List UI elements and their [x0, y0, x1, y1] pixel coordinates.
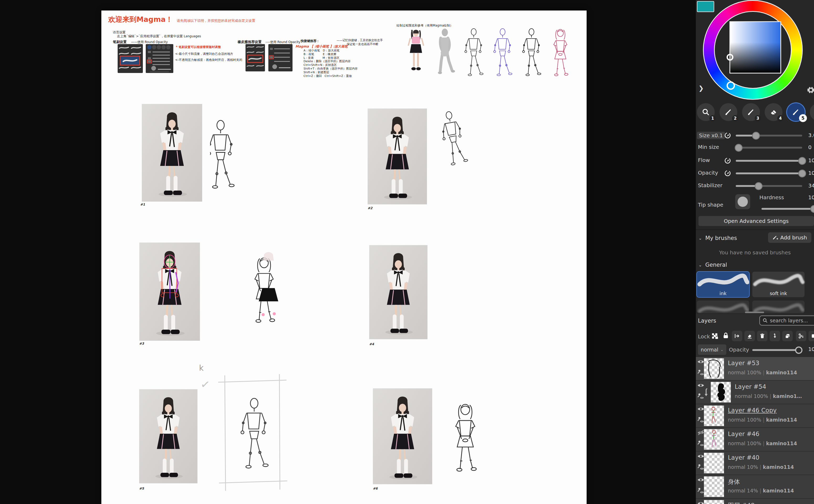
tool-zoom[interactable]: 1 — [697, 103, 715, 121]
layer-row[interactable]: 身体 normal 14% | kamino114 — [696, 475, 814, 498]
open-advanced-settings-button[interactable]: Open Advanced Settings — [698, 216, 814, 226]
minsize-slider-knob[interactable] — [735, 144, 743, 152]
brush-scrollbar[interactable] — [745, 312, 764, 313]
merge-down-button[interactable] — [770, 331, 780, 341]
color-wheel[interactable] — [703, 0, 803, 100]
clear-layer-button[interactable] — [744, 331, 755, 341]
hardness-label: Hardness — [759, 194, 784, 201]
personal-visibility-icon[interactable] — [697, 369, 704, 376]
brush-card-soft-ink[interactable]: soft ink — [752, 272, 805, 297]
personal-visibility-icon[interactable] — [697, 393, 704, 400]
divider — [696, 229, 814, 230]
layer-opacity-knob[interactable] — [795, 347, 802, 354]
hardness-slider-knob[interactable] — [810, 205, 814, 213]
hardness-value: 100 — [808, 194, 814, 201]
collapse-panel-icon[interactable]: ❯ — [698, 85, 704, 92]
export-layer-button[interactable] — [732, 331, 742, 341]
photo-label: #6 — [373, 487, 378, 490]
eye-icon[interactable] — [697, 501, 704, 504]
photo-label: #2 — [368, 206, 372, 210]
layer-opacity-slider[interactable] — [752, 349, 798, 351]
hardness-slider[interactable] — [761, 208, 814, 210]
duplicate-layer-button[interactable] — [782, 331, 793, 341]
layer-thumbnail — [704, 500, 724, 504]
brush-card-partial[interactable] — [697, 301, 749, 313]
tool-badge: 2 — [732, 115, 738, 122]
photo-label: #5 — [139, 487, 144, 490]
layer-row[interactable]: 图层 #48 — [696, 499, 814, 504]
lock-transparency-icon[interactable] — [711, 332, 719, 340]
more-layer-button[interactable] — [808, 331, 814, 341]
pressure-icon[interactable] — [724, 157, 731, 164]
brush-note-red: * 笔刷设置可以根据需要随时调整 — [176, 45, 221, 49]
tool-brush-2[interactable]: 2 — [719, 103, 737, 121]
add-brush-button[interactable]: Add brush — [768, 232, 811, 243]
delete-layer-button[interactable] — [757, 331, 768, 341]
layer-thumbnail — [704, 476, 724, 497]
tool-panel: ❯ 1 2 3 4 5 Size x0.1 — [696, 0, 814, 504]
pressure-icon[interactable] — [724, 132, 731, 139]
brush-card-ink[interactable]: ink — [697, 272, 749, 297]
layer-thumbnail — [704, 453, 724, 474]
opacity-slider[interactable] — [736, 172, 802, 174]
sv-cursor[interactable] — [727, 54, 733, 61]
tool-add[interactable] — [810, 103, 814, 121]
tip-shape-preview[interactable] — [735, 194, 750, 209]
personal-visibility-icon[interactable] — [697, 416, 704, 423]
drawing-canvas[interactable]: 欢迎来到Magma！ 请先阅读以下说明，并按照您的喜好完成自定义设置 语言设置 … — [101, 11, 587, 504]
tool-eraser[interactable]: 4 — [765, 103, 782, 121]
layer-name-editing[interactable]: Layer #46 Copy — [728, 407, 777, 414]
eye-icon[interactable] — [697, 406, 704, 412]
cut-layer-button[interactable] — [796, 331, 806, 341]
framed-sketch — [217, 373, 288, 496]
eye-icon[interactable] — [697, 477, 704, 482]
tool-brush-5-selected[interactable]: 5 — [787, 103, 805, 121]
check-annotation: ✓ — [200, 377, 211, 391]
strip-photo-figure — [402, 28, 430, 76]
tool-brush-3[interactable]: 3 — [742, 103, 760, 121]
stabilizer-slider-knob[interactable] — [755, 182, 763, 190]
lang-body: 左上角`编辑`>`应用程序设置`，在弹窗中设置 Languages — [117, 34, 201, 39]
personal-visibility-icon[interactable] — [697, 464, 704, 470]
eye-icon[interactable] — [697, 383, 704, 388]
no-saved-brushes-text: You have no saved brushes — [696, 249, 814, 256]
eye-icon[interactable] — [697, 454, 704, 459]
hue-cursor[interactable] — [727, 81, 735, 90]
flow-slider[interactable] — [736, 160, 802, 162]
opacity-slider-knob[interactable] — [798, 170, 806, 177]
chevron-down-icon[interactable]: ⌄ — [698, 263, 702, 267]
reference-photo-3 — [139, 243, 200, 341]
size-slider-knob[interactable] — [752, 132, 760, 140]
shortcut-line: B：画笔 E：橡皮擦 — [304, 53, 358, 56]
search-layers-input[interactable]: search layers... — [759, 316, 814, 325]
pressure-icon[interactable] — [724, 170, 731, 177]
sketch-mannequin-1 — [210, 102, 247, 206]
blend-mode-select[interactable]: normal ⌄ — [698, 344, 726, 355]
gear-icon[interactable] — [807, 86, 814, 94]
reference-photo-5 — [139, 387, 197, 486]
strip-mannequin-figure — [460, 28, 487, 76]
size-label: Size x0.1 — [697, 132, 725, 139]
brush-card-partial[interactable] — [752, 301, 805, 313]
shortcut-line: A：缩小画笔 D：放大画笔 — [304, 49, 358, 53]
sv-picker[interactable] — [729, 21, 781, 73]
general-section[interactable]: General — [705, 262, 727, 268]
layer-row[interactable]: Layer #54 normal 100% | kamino1… — [696, 381, 814, 404]
flow-slider-knob[interactable] — [798, 157, 806, 165]
layer-row[interactable]: Layer #46 normal 100% | kamino114 — [696, 428, 814, 451]
personal-visibility-icon[interactable] — [697, 440, 704, 447]
eraser-heading-suffix: ----使用 Round Opacity — [265, 40, 300, 44]
layer-row[interactable]: Layer #46 Copy normal 100% | kamino114 — [696, 404, 814, 427]
lock-layer-icon[interactable] — [722, 332, 729, 340]
sketch-girl-1 — [251, 238, 286, 341]
my-brushes-section[interactable]: My brushes — [705, 235, 737, 241]
strip-heading: 绘制过程预览和参考（使用Magma绘制） — [396, 24, 453, 28]
personal-visibility-icon[interactable] — [697, 487, 704, 494]
eye-off-icon[interactable] — [697, 429, 704, 436]
minsize-slider[interactable] — [736, 147, 802, 149]
eye-icon[interactable] — [697, 359, 704, 364]
layer-row[interactable]: Layer #40 normal 10% | kamino114 — [696, 451, 814, 475]
chevron-down-icon[interactable]: ⌄ — [698, 236, 702, 241]
layer-row[interactable]: Layer #53 normal 100% | kamino114 — [696, 357, 814, 380]
photo-label: #3 — [139, 342, 144, 345]
